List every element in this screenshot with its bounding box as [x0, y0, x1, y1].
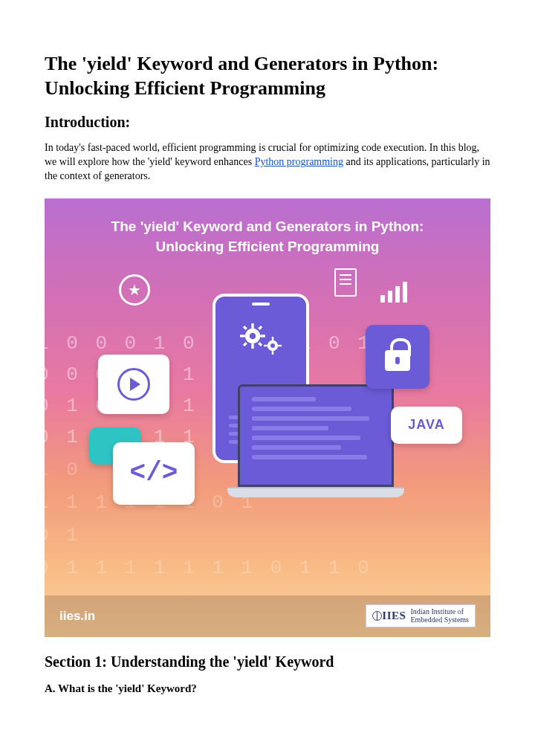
- hero-title-line1: The 'yield' Keyword and Generators in Py…: [67, 216, 468, 237]
- svg-point-15: [270, 343, 275, 348]
- lock-icon: [366, 325, 429, 389]
- svg-rect-13: [264, 344, 268, 346]
- binary-row: 0 1 1 1 1 1 1 1 0 1 1 0: [45, 557, 372, 579]
- svg-rect-6: [258, 326, 262, 330]
- hero-image: The 'yield' Keyword and Generators in Py…: [45, 198, 490, 637]
- svg-rect-2: [251, 343, 253, 349]
- site-label: iies.in: [59, 609, 95, 624]
- python-link[interactable]: Python programming: [255, 156, 343, 167]
- section1a-heading: A. What is the 'yield' Keyword?: [45, 682, 490, 695]
- iies-logo: IIES: [372, 610, 406, 622]
- svg-rect-1: [251, 323, 253, 329]
- intro-heading: Introduction:: [45, 114, 490, 131]
- svg-rect-12: [272, 351, 273, 355]
- laptop-illustration: [227, 384, 404, 503]
- svg-rect-14: [278, 344, 282, 346]
- iies-sub2: Embedded Systems: [410, 616, 469, 624]
- java-label: JAVA: [408, 417, 444, 433]
- code-icon: </>: [113, 442, 195, 505]
- bars-icon: [380, 282, 407, 303]
- binary-row: 1 0: [45, 459, 81, 481]
- gear-icon: [264, 337, 282, 355]
- svg-rect-5: [243, 326, 247, 330]
- svg-rect-3: [240, 335, 245, 337]
- svg-rect-11: [272, 337, 273, 340]
- java-badge: JAVA: [391, 407, 462, 444]
- gear-icon: [240, 323, 265, 349]
- document-icon: [334, 268, 357, 297]
- page-title: The 'yield' Keyword and Generators in Py…: [45, 52, 490, 100]
- hero-footer: iies.in IIES Indian Institute of Embedde…: [45, 595, 490, 637]
- iies-badge: IIES Indian Institute of Embedded System…: [366, 604, 476, 627]
- svg-rect-8: [258, 342, 262, 346]
- section1-heading: Section 1: Understanding the 'yield' Key…: [45, 653, 490, 671]
- binary-row: 0 1: [45, 524, 81, 546]
- binary-row: 1 0 0 0 1 0 0 1 0 1 0 1: [45, 332, 372, 355]
- svg-rect-7: [243, 342, 247, 346]
- svg-point-9: [250, 332, 256, 339]
- globe-icon: [372, 611, 382, 621]
- hero-title: The 'yield' Keyword and Generators in Py…: [45, 216, 490, 257]
- star-icon: ★: [119, 274, 150, 306]
- hero-title-line2: Unlocking Efficient Programming: [67, 236, 468, 257]
- intro-paragraph: In today's fast-paced world, efficient p…: [45, 141, 490, 184]
- play-icon: [98, 355, 169, 414]
